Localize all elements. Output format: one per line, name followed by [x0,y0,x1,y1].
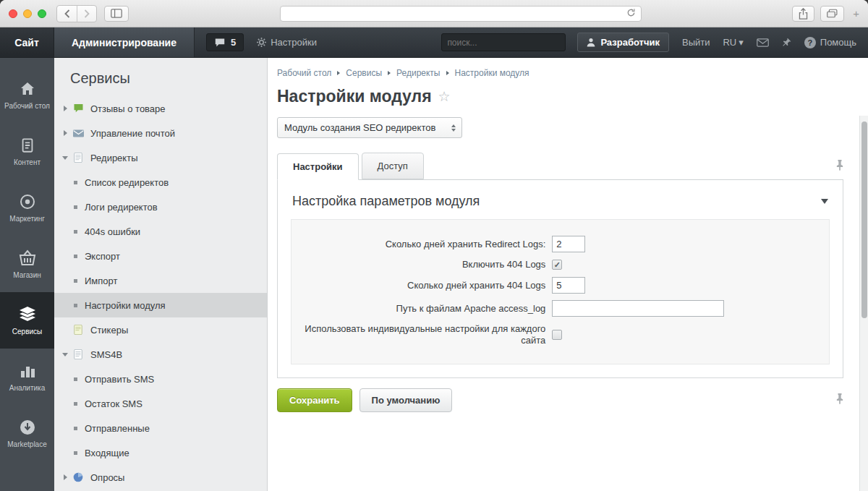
search-input[interactable] [447,38,559,48]
sidebar-item-send-sms[interactable]: Отправить SMS [54,367,267,391]
breadcrumb-link[interactable]: Рабочий стол [277,68,331,78]
main-content: Рабочий стол Сервисы Редиректы Настройки… [268,58,868,491]
traffic-lights [9,9,46,18]
sidebar-item-stickers[interactable]: Стикеры [54,317,267,342]
individual-site-settings-checkbox[interactable] [552,330,562,340]
expand-collapsed-icon[interactable] [64,106,67,111]
browser-forward-button[interactable] [77,6,96,22]
module-settings-form: Сколько дней хранить Redirect Logs: Вклю… [291,219,830,364]
rail-item-services[interactable]: Сервисы [0,292,54,349]
breadcrumb-link[interactable]: Настройки модуля [455,68,529,78]
site-tab[interactable]: Сайт [0,27,54,57]
messages-button[interactable] [757,27,769,57]
envelope-icon [757,38,769,47]
vertical-scrollbar[interactable] [859,116,868,491]
tab-access[interactable]: Доступ [362,153,424,179]
services-icon [18,306,37,323]
share-button[interactable] [792,6,814,22]
logs-404-days-input[interactable] [552,277,585,294]
enable-404-logs-checkbox[interactable]: ✓ [552,260,562,270]
apache-access-log-path-input[interactable] [552,300,724,317]
page-title-row: Настройки модуля ☆ [277,87,843,106]
tab-settings[interactable]: Настройки [277,153,359,180]
default-button[interactable]: По умолчанию [359,388,453,412]
rail-item-marketing[interactable]: Маркетинг [0,179,54,236]
breadcrumb-separator-icon [388,71,391,75]
services-sidebar: Сервисы Отзывы о товаре Управление почто… [54,58,268,491]
sidebar-item-sms-balance[interactable]: Остаток SMS [54,391,267,416]
sidebar-item-label: Опросы [90,472,124,483]
pin-toolbar-button[interactable] [782,27,791,57]
sidebar-item-redirects[interactable]: Редиректы [54,145,267,170]
settings-label: Настройки [271,37,317,48]
rail-item-analytics[interactable]: Аналитика [0,349,54,405]
sidebar-item-export[interactable]: Экспорт [54,244,267,268]
new-tab-button[interactable]: + [850,7,859,20]
window-close-button[interactable] [9,9,17,18]
favorite-star-icon[interactable]: ☆ [438,88,451,105]
bullet-icon [74,255,77,258]
admin-tab[interactable]: Администрирование [54,27,195,57]
page-title: Настройки модуля [277,87,432,106]
sidebar-item-redirect-list[interactable]: Список редиректов [54,170,267,195]
content-icon [20,137,35,154]
expand-collapsed-icon[interactable] [64,474,67,480]
rail-item-content[interactable]: Контент [0,123,54,179]
expand-collapsed-icon[interactable] [64,130,67,136]
pin-tab-icon[interactable] [836,160,843,174]
marketing-icon [19,193,36,210]
scrollbar-thumb[interactable] [861,121,867,318]
notifications-button[interactable]: 5 [206,33,244,51]
save-button[interactable]: Сохранить [277,388,352,412]
user-menu-button[interactable]: Разработчик [577,33,669,52]
rail-item-shop[interactable]: Магазин [0,236,54,292]
field-label: Путь к файлам Apache access_log [292,303,552,315]
settings-card: Настройка параметров модуля Сколько дней… [277,180,843,378]
sidebar-item-label: Стикеры [90,325,128,336]
sidebar-item-inbox[interactable]: Входящие [54,440,267,465]
section-collapse-icon[interactable] [821,199,828,204]
settings-button[interactable]: Настройки [257,27,317,57]
module-select[interactable]: Модуль создания SEO редиректов [277,117,462,138]
sidebar-item-polls[interactable]: Опросы [54,465,267,490]
bullet-icon [74,451,77,455]
sidebar-item-module-settings[interactable]: Настройки модуля [54,293,267,317]
share-icon [799,8,808,20]
sidebar-title: Сервисы [54,58,267,96]
redirect-logs-days-input[interactable] [552,236,585,252]
window-zoom-button[interactable] [38,9,46,18]
window-minimize-button[interactable] [23,9,32,18]
sidebar-item-reviews[interactable]: Отзывы о товаре [54,96,267,121]
bullet-icon [74,377,77,381]
breadcrumb-link[interactable]: Сервисы [346,68,382,78]
field-label: Сколько дней хранить 404 Logs [292,280,552,291]
pin-actions-icon[interactable] [836,393,843,407]
language-selector[interactable]: RU ▾ [723,27,743,57]
logout-link[interactable]: Выйти [682,27,710,57]
tab-overview-button[interactable] [820,6,844,22]
shop-icon [18,249,37,267]
address-bar[interactable] [280,6,642,22]
sidebar-item-redirect-logs[interactable]: Логи редиректов [54,195,267,219]
bullet-icon [74,205,77,209]
section-head: Настройка параметров модуля [291,191,830,219]
browser-window: + Сайт Администрирование 5 Настройки Раз… [0,0,868,491]
sidebar-item-label: Входящие [85,448,129,458]
expand-expanded-icon[interactable] [62,353,68,356]
breadcrumb-link[interactable]: Редиректы [396,68,440,78]
sidebar-item-import[interactable]: Импорт [54,268,267,293]
rail-label: Аналитика [7,384,48,392]
sidebar-item-sms4b[interactable]: SMS4B [54,342,267,367]
browser-back-button[interactable] [57,6,77,22]
rail-item-marketplace[interactable]: Marketplace [0,405,54,461]
sidebar-item-sent[interactable]: Отправленные [54,416,267,440]
reload-icon[interactable] [626,7,636,20]
chevron-down-icon: ▾ [739,37,744,48]
sidebar-item-mail[interactable]: Управление почтой [54,121,267,145]
expand-expanded-icon[interactable] [62,156,68,160]
bullet-icon [74,304,77,307]
rail-item-desktop[interactable]: Рабочий стол [0,67,54,123]
sidebar-toggle-button[interactable] [104,6,129,22]
help-button[interactable]: ? Помощь [804,27,856,57]
sidebar-item-404-errors[interactable]: 404s ошибки [54,219,267,244]
